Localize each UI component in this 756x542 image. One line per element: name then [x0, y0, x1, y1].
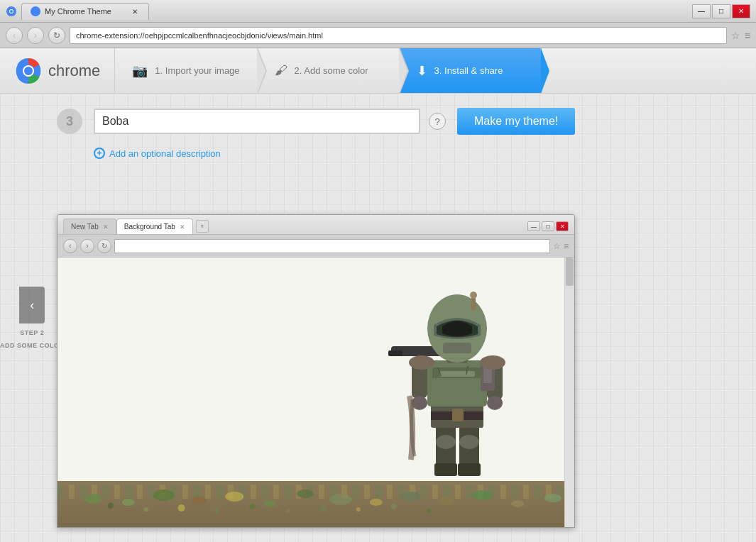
browser-preview: New Tab ✕ Background Tab ✕ + — □ ✕ [57, 214, 575, 528]
maximize-button[interactable]: □ [712, 4, 730, 18]
theme-name-row: ? [94, 109, 446, 134]
preview-wrench-icon[interactable]: ≡ [564, 241, 569, 251]
preview-tab-newtab-label: New Tab [71, 223, 99, 231]
preview-scrollbar[interactable] [564, 258, 574, 527]
svg-rect-15 [452, 409, 464, 421]
svg-point-12 [459, 435, 479, 449]
tab-strip: My Chrome Theme ✕ [21, 3, 686, 20]
browser-tab[interactable]: My Chrome Theme ✕ [21, 3, 149, 20]
back-button[interactable]: ‹ [6, 27, 23, 44]
reload-button[interactable]: ↻ [48, 27, 65, 44]
svg-point-32 [480, 355, 505, 370]
svg-point-6 [24, 67, 33, 75]
forward-button[interactable]: › [27, 27, 44, 44]
svg-rect-10 [458, 463, 481, 476]
svg-point-56 [319, 504, 327, 511]
main-content: chrome 📷 1. Import your image 🖌 2. Add s… [0, 48, 756, 542]
menu-icon[interactable]: ≡ [745, 30, 750, 41]
step-number-row: 3 ? Make my theme! [57, 108, 742, 135]
preview-forward-button[interactable]: › [80, 239, 94, 253]
svg-point-43 [329, 494, 352, 505]
svg-rect-17 [439, 371, 475, 377]
chrome-logo: chrome [0, 48, 115, 93]
step1-item[interactable]: 📷 1. Import your image [115, 48, 257, 93]
preview-win-controls: — □ ✕ [527, 221, 569, 231]
install-icon: ⬇ [417, 63, 427, 79]
step1-label: 1. Import your image [155, 65, 239, 76]
side-nav: ‹ STEP 2 ADD SOME COLOR [0, 287, 65, 349]
bookmark-icon[interactable]: ☆ [731, 30, 740, 41]
step-circle: 3 [57, 109, 82, 134]
content-area: ‹ STEP 2 ADD SOME COLOR 3 ? [0, 94, 756, 542]
preview-back-button[interactable]: ‹ [63, 239, 77, 253]
add-description-label: Add an optional description [109, 148, 221, 159]
svg-point-23 [487, 396, 503, 410]
camera-icon: 📷 [132, 63, 148, 79]
preview-minimize-button[interactable]: — [527, 221, 540, 231]
address-input[interactable] [70, 27, 727, 44]
svg-point-59 [427, 509, 432, 513]
svg-point-51 [144, 507, 148, 511]
step-header: chrome 📷 1. Import your image 🖌 2. Add s… [0, 48, 756, 94]
svg-point-57 [356, 507, 361, 511]
preview-tab-newtab[interactable]: New Tab ✕ [63, 219, 116, 234]
svg-point-29 [470, 292, 477, 299]
step2-item[interactable]: 🖌 2. Add some color [258, 48, 400, 93]
side-nav-step-label: STEP 2 [20, 329, 44, 336]
svg-point-52 [178, 504, 185, 511]
preview-content [57, 258, 574, 527]
preview-new-tab-button[interactable]: + [196, 220, 209, 233]
svg-point-46 [440, 497, 454, 505]
preview-tab-newtab-close[interactable]: ✕ [103, 223, 109, 231]
step3-item[interactable]: ⬇ 3. Install & share [400, 48, 542, 93]
title-bar: My Chrome Theme ✕ — □ ✕ [0, 0, 756, 23]
boba-fett-illustration [376, 268, 539, 488]
svg-point-49 [544, 494, 561, 502]
address-bar-area: ‹ › ↻ ☆ ≡ [0, 23, 756, 48]
prev-step-button[interactable]: ‹ [19, 287, 45, 323]
theme-name-input[interactable] [94, 109, 420, 134]
preview-titlebar: New Tab ✕ Background Tab ✕ + — □ ✕ [57, 215, 574, 235]
right-content: 3 ? Make my theme! + Add an optional des… [14, 108, 742, 528]
preview-search-input[interactable] [114, 239, 550, 253]
svg-point-44 [370, 499, 383, 506]
svg-point-39 [192, 497, 206, 505]
step2-label: 2. Add some color [295, 65, 368, 76]
tab-favicon [31, 6, 40, 16]
preview-tab-background[interactable]: Background Tab ✕ [116, 219, 193, 234]
svg-point-50 [108, 503, 114, 509]
preview-tab-bg-close[interactable]: ✕ [180, 223, 185, 231]
svg-point-55 [285, 509, 290, 513]
ground-debris [57, 481, 574, 527]
preview-tab-background-label: Background Tab [124, 223, 175, 231]
svg-point-45 [402, 492, 421, 502]
chrome-logo-text: chrome [48, 62, 100, 80]
make-theme-button[interactable]: Make my theme! [457, 108, 575, 135]
close-button[interactable]: ✕ [732, 4, 750, 18]
svg-rect-9 [434, 463, 457, 476]
form-section: 3 ? Make my theme! + Add an optional des… [57, 108, 742, 207]
svg-point-37 [122, 499, 135, 506]
help-button[interactable]: ? [429, 113, 446, 130]
svg-point-48 [511, 500, 524, 507]
svg-point-36 [84, 494, 102, 504]
svg-rect-27 [443, 343, 471, 353]
preview-close-button[interactable]: ✕ [556, 221, 569, 231]
tab-title: My Chrome Theme [45, 7, 111, 16]
preview-scrollbar-thumb[interactable] [566, 258, 574, 286]
paintbrush-icon: 🖌 [275, 63, 287, 78]
preview-maximize-button[interactable]: □ [542, 221, 554, 231]
svg-rect-16 [427, 360, 487, 406]
preview-bookmark-icon[interactable]: ☆ [553, 241, 561, 251]
minimize-button[interactable]: — [692, 4, 711, 18]
svg-point-11 [436, 435, 456, 449]
svg-point-47 [472, 490, 492, 500]
chrome-logo-icon [14, 57, 43, 85]
plus-icon: + [94, 148, 105, 159]
preview-reload-button[interactable]: ↻ [97, 239, 111, 253]
tab-close-btn[interactable]: ✕ [130, 6, 140, 16]
window-controls: — □ ✕ [692, 4, 750, 18]
add-description-link[interactable]: + Add an optional description [94, 148, 742, 159]
svg-point-53 [214, 509, 219, 513]
ground [57, 481, 574, 527]
